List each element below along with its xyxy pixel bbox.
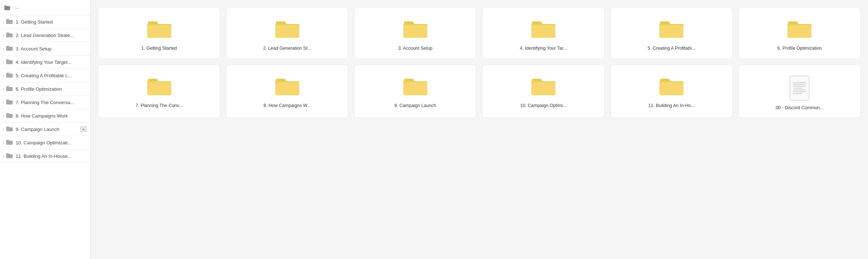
sidebar-item-label: 10. Campaign Optimizati... bbox=[16, 140, 87, 145]
sidebar-item-label: 8. How Campaigns Work bbox=[16, 113, 87, 119]
svg-rect-13 bbox=[6, 86, 9, 88]
folder-small-icon bbox=[6, 59, 13, 65]
grid-card[interactable]: 11. Building An In-Ho... bbox=[610, 65, 733, 118]
svg-rect-1 bbox=[4, 5, 7, 7]
svg-rect-20 bbox=[6, 141, 13, 145]
svg-rect-14 bbox=[6, 100, 13, 104]
doc-line bbox=[793, 88, 802, 89]
svg-rect-40 bbox=[403, 81, 428, 95]
grid-card[interactable]: 3. Account Setup bbox=[354, 7, 476, 59]
sidebar-item-6[interactable]: › 6. Profile Optimization bbox=[0, 82, 90, 96]
chevron-right-icon: › bbox=[3, 33, 4, 37]
svg-rect-10 bbox=[6, 74, 13, 78]
svg-rect-6 bbox=[6, 47, 13, 51]
svg-rect-2 bbox=[6, 20, 13, 24]
sidebar-items-list: › 1. Getting Started › 2. Lead Generatio… bbox=[0, 15, 90, 163]
doc-line bbox=[793, 93, 802, 94]
card-label: 00 - Discord Commun... bbox=[776, 105, 823, 111]
svg-rect-7 bbox=[6, 46, 9, 48]
chevron-right-icon: › bbox=[3, 114, 4, 118]
grid-card[interactable]: 10. Campaign Optimi... bbox=[482, 65, 604, 118]
chevron-right-icon: › bbox=[3, 87, 4, 91]
svg-rect-16 bbox=[6, 114, 13, 118]
chevron-right-icon: › bbox=[3, 47, 4, 51]
grid-card[interactable]: 4. Identifying Your Tar... bbox=[482, 7, 604, 59]
grid-card[interactable]: 5. Creating A Profitabl... bbox=[610, 7, 733, 59]
svg-rect-43 bbox=[531, 81, 556, 82]
chevron-right-icon: › bbox=[3, 20, 4, 24]
sidebar-item-2[interactable]: › 2. Lead Generation Strate... bbox=[0, 29, 90, 42]
grid-card[interactable]: 9. Campaign Launch bbox=[354, 65, 476, 118]
svg-rect-37 bbox=[147, 81, 171, 82]
folder-small-icon bbox=[6, 32, 13, 38]
grid-card[interactable]: 1. Getting Started bbox=[98, 7, 220, 59]
sidebar-item-label: 7. Planning The Conversa... bbox=[16, 100, 87, 105]
svg-rect-28 bbox=[403, 24, 428, 38]
sidebar-header bbox=[0, 0, 90, 15]
svg-rect-25 bbox=[147, 24, 171, 25]
svg-rect-34 bbox=[787, 24, 812, 38]
svg-rect-42 bbox=[531, 81, 556, 95]
svg-rect-9 bbox=[6, 59, 9, 61]
folder-icon bbox=[4, 5, 10, 11]
svg-rect-12 bbox=[6, 87, 13, 91]
sidebar-badge bbox=[15, 8, 20, 9]
content-grid: 1. Getting Started 2. Lead Generation St… bbox=[98, 7, 861, 118]
svg-rect-17 bbox=[6, 113, 9, 115]
chevron-right-icon: › bbox=[3, 60, 4, 64]
card-label: 7. Planning The Conv... bbox=[136, 103, 182, 109]
sidebar-item-8[interactable]: › 8. How Campaigns Work bbox=[0, 109, 90, 123]
svg-rect-35 bbox=[787, 24, 812, 25]
card-label: 5. Creating A Profitabl... bbox=[648, 45, 695, 52]
svg-rect-24 bbox=[147, 24, 171, 38]
sidebar-item-1[interactable]: › 1. Getting Started bbox=[0, 15, 90, 29]
card-label: 10. Campaign Optimi... bbox=[520, 103, 567, 109]
document-icon bbox=[790, 76, 809, 100]
sidebar-item-3[interactable]: › 3. Account Setup bbox=[0, 42, 90, 56]
folder-small-icon bbox=[6, 72, 13, 79]
grid-card[interactable]: 7. Planning The Conv... bbox=[98, 65, 220, 118]
svg-rect-15 bbox=[6, 100, 9, 101]
svg-rect-8 bbox=[6, 60, 13, 64]
sidebar-item-11[interactable]: › 11. Building An In-House... bbox=[0, 149, 90, 163]
doc-line bbox=[793, 86, 806, 87]
svg-rect-38 bbox=[275, 81, 299, 95]
svg-rect-4 bbox=[6, 33, 13, 37]
grid-card[interactable]: 2. Lead Generation St... bbox=[226, 7, 348, 59]
doc-line bbox=[793, 82, 806, 83]
svg-rect-45 bbox=[659, 81, 684, 82]
doc-lines bbox=[793, 81, 806, 95]
chevron-right-icon: › bbox=[3, 141, 4, 145]
chevron-right-icon: › bbox=[3, 154, 4, 158]
chevron-right-icon: › bbox=[3, 127, 4, 131]
sidebar-item-7[interactable]: › 7. Planning The Conversa... bbox=[0, 96, 90, 109]
folder-small-icon bbox=[6, 86, 13, 92]
sidebar-item-4[interactable]: › 4. Identifying Your Target... bbox=[0, 56, 90, 69]
doc-line bbox=[793, 91, 806, 92]
sidebar-item-9[interactable]: › 9. Campaign Launch « bbox=[0, 123, 90, 136]
grid-card[interactable]: 8. How Campaigns W... bbox=[226, 65, 348, 118]
svg-rect-11 bbox=[6, 73, 9, 74]
chevron-right-icon: › bbox=[3, 74, 4, 78]
folder-small-icon bbox=[6, 18, 13, 25]
sidebar-item-label: 6. Profile Optimization bbox=[16, 86, 87, 92]
doc-line bbox=[793, 84, 806, 85]
sidebar-item-label: 2. Lead Generation Strate... bbox=[16, 33, 87, 38]
card-label: 2. Lead Generation St... bbox=[263, 45, 311, 52]
svg-rect-30 bbox=[531, 24, 556, 38]
card-label: 6. Profile Optimization bbox=[777, 45, 822, 52]
sidebar-item-label: 4. Identifying Your Target... bbox=[16, 59, 87, 65]
sidebar-item-5[interactable]: › 5. Creating A Profitable L... bbox=[0, 69, 90, 82]
svg-rect-31 bbox=[531, 24, 556, 25]
grid-card[interactable]: 6. Profile Optimization bbox=[739, 7, 861, 59]
collapse-button[interactable]: « bbox=[80, 126, 87, 132]
main-content: 1. Getting Started 2. Lead Generation St… bbox=[91, 0, 868, 259]
card-label: 11. Building An In-Ho... bbox=[648, 103, 695, 109]
sidebar-item-10[interactable]: › 10. Campaign Optimizati... bbox=[0, 136, 90, 149]
svg-rect-29 bbox=[403, 24, 428, 25]
card-label: 8. How Campaigns W... bbox=[263, 103, 311, 109]
svg-rect-3 bbox=[6, 19, 9, 21]
grid-card[interactable]: 00 - Discord Commun... bbox=[739, 65, 861, 118]
folder-small-icon bbox=[6, 153, 13, 159]
svg-rect-39 bbox=[275, 81, 299, 82]
